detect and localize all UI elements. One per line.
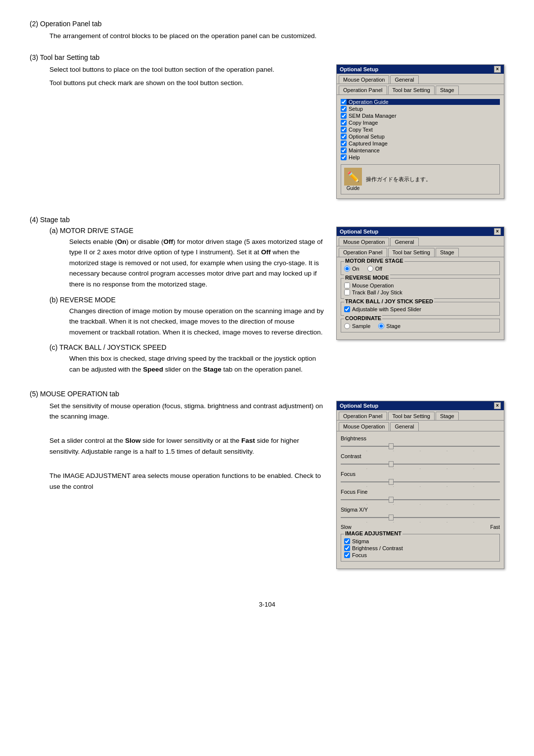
reverse-trackball[interactable]: Track Ball / Joy Stick [344,289,496,295]
section-2-body: The arrangement of control blocks to be … [49,31,504,42]
dialog1-titlebar: Optional Setup × [337,65,504,74]
contrast-slider: Contrast ..... [341,453,500,468]
tab-mouse-operation[interactable]: Mouse Operation [339,75,389,84]
stage-dialog: Optional Setup × Mouse Operation General… [336,227,504,348]
section-5-body1: Set the sensitivity of mouse operation (… [49,401,326,422]
section-5: (5) MOUSE OPERATION tab Set the sensitiv… [30,390,504,577]
dialog3-close[interactable]: × [494,402,501,409]
d3-tab-op-panel[interactable]: Operation Panel [339,412,387,420]
radio-on[interactable]: On [344,266,359,272]
section-3-title: (3) Tool bar Setting tab [30,53,504,61]
dialog1-title: Optional Setup [340,66,378,72]
image-adjustment-title: IMAGE ADJUSTMENT [344,530,402,536]
d2-tab-general[interactable]: General [390,237,418,246]
trackball-speed-title: TRACK BALL / JOY STICK SPEED [344,298,434,304]
section-4c-title: (c) TRACK BALL / JOYSTICK SPEED [49,343,326,351]
d3-tab-mouse-op[interactable]: Mouse Operation [339,422,389,431]
section-5-title: (5) MOUSE OPERATION tab [30,390,504,398]
section-4a-title: (a) MOTOR DRIVE STAGE [49,227,326,235]
section-4b-body: Changes direction of image motion by mou… [69,306,326,338]
section-2: (2) Operation Panel tab The arrangement … [30,20,504,45]
checkbox-help[interactable]: Help [341,154,500,160]
coordinate-group: COORDINATE Sample Stage [341,319,500,332]
dialog2-close[interactable]: × [494,228,501,235]
guide-label: Guide [347,186,360,191]
motor-drive-stage-group: MOTOR DRIVE STAGE On Off [341,261,500,275]
tab-general[interactable]: General [390,75,418,84]
dialog3-titlebar: Optional Setup × [337,401,504,410]
brightness-slider: Brightness ..... [341,435,500,450]
reverse-mode-title: REVERSE MODE [344,275,390,281]
stigma-xy-slider: Stigma X/Y ..... [341,507,500,521]
slow-label: Slow [341,524,352,530]
checkbox-maintenance[interactable]: Maintenance [341,147,500,153]
section-4a: (a) MOTOR DRIVE STAGE Selects enable (On… [30,227,326,290]
checkbox-copy-text[interactable]: Copy Text [341,127,500,133]
img-adj-stigma[interactable]: Stigma [344,538,496,544]
section-4b: (b) REVERSE MODE Changes direction of im… [30,296,326,338]
d3-tab-toolbar[interactable]: Tool bar Setting [388,412,435,420]
d2-tab-stage[interactable]: Stage [436,248,459,257]
section-5-body2: Set a slider control at the Slow side fo… [49,435,326,457]
coord-sample[interactable]: Sample [344,323,370,329]
section-4c: (c) TRACK BALL / JOYSTICK SPEED When thi… [30,343,326,375]
page-number: 3-104 [30,601,504,608]
dialog2-titlebar: Optional Setup × [337,227,504,236]
checkbox-copy-image[interactable]: Copy Image [341,120,500,126]
image-adjustment-group: IMAGE ADJUSTMENT Stigma Brightness / Con… [341,534,500,562]
checkbox-sem-data-manager[interactable]: SEM Data Manager [341,113,500,119]
guide-section: ✏️ Guide 操作ガイドを表示します。 [341,164,500,194]
tab-operation-panel[interactable]: Operation Panel [339,86,387,94]
img-adj-focus[interactable]: Focus [344,552,496,558]
section-4-title: (4) Stage tab [30,216,504,224]
section-3: (3) Tool bar Setting tab Select tool but… [30,53,504,207]
section-5-body3: The IMAGE ADJUSTMENT area selects mouse … [49,471,326,492]
section-2-title: (2) Operation Panel tab [30,20,504,28]
radio-off[interactable]: Off [367,266,382,272]
focus-fine-slider: Focus Fine ..... [341,489,500,504]
reverse-mouse-op[interactable]: Mouse Operation [344,283,496,288]
checkbox-captured-image[interactable]: Captured Image [341,141,500,146]
guide-icon: ✏️ [344,168,362,186]
section-4c-body: When this box is checked, stage driving … [69,353,326,375]
d3-tab-stage[interactable]: Stage [436,412,459,420]
section-4: (4) Stage tab (a) MOTOR DRIVE STAGE Sele… [30,216,504,381]
dialog1-close[interactable]: × [494,66,501,73]
focus-slider: Focus ..... [341,471,500,486]
toolbar-setting-dialog: Optional Setup × Mouse Operation General… [336,64,504,207]
checkbox-optional-setup[interactable]: Optional Setup [341,134,500,140]
img-adj-brightness-contrast[interactable]: Brightness / Contrast [344,545,496,551]
coord-stage[interactable]: Stage [378,323,400,329]
dialog3-title: Optional Setup [340,403,378,409]
mouse-op-dialog: Optional Setup × Operation Panel Tool ba… [336,401,504,577]
d2-tab-operation-panel[interactable]: Operation Panel [339,248,387,257]
reverse-mode-group: REVERSE MODE Mouse Operation Track Ball … [341,278,500,299]
coordinate-title: COORDINATE [344,315,382,321]
guide-text: 操作ガイドを表示します。 [366,176,431,183]
tab-toolbar-setting[interactable]: Tool bar Setting [388,86,435,94]
section-3-body1: Select tool buttons to place on the tool… [49,64,326,75]
adjustable-speed-slider[interactable]: Adjustable with Speed Slider [344,306,496,312]
main-content: (2) Operation Panel tab The arrangement … [30,20,504,608]
dialog1-tabs-row1: Mouse Operation General [337,74,504,84]
fast-label: Fast [490,524,500,530]
tab-stage[interactable]: Stage [436,86,459,94]
checkbox-setup[interactable]: Setup [341,106,500,112]
section-4b-title: (b) REVERSE MODE [49,296,326,304]
section-4a-body: Selects enable (On) or disable (Off) for… [69,236,326,290]
motor-drive-stage-title: MOTOR DRIVE STAGE [344,258,404,264]
d2-tab-toolbar[interactable]: Tool bar Setting [388,248,435,257]
trackball-speed-group: TRACK BALL / JOY STICK SPEED Adjustable … [341,302,500,316]
checkbox-operation-guide[interactable]: Operation Guide [341,99,500,105]
d3-tab-general[interactable]: General [390,422,418,431]
dialog2-title: Optional Setup [340,229,378,235]
section-3-body2: Tool buttons put check mark are shown on… [49,78,326,89]
d2-tab-mouse-op[interactable]: Mouse Operation [339,237,389,246]
